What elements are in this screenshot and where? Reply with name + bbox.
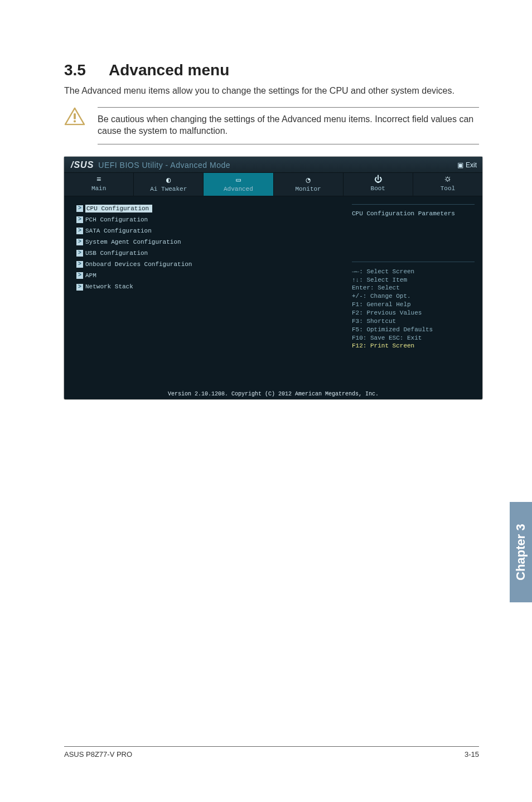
help-line: F12: Print Screen (352, 342, 475, 350)
tab-icon: ◔ (274, 175, 343, 185)
chapter-tab: Chapter 3 (510, 502, 532, 602)
menu-item-onboard-devices-configuration[interactable]: >Onboard Devices Configuration (74, 260, 352, 269)
svg-point-1 (74, 120, 76, 122)
bios-screenshot: /SUS UEFI BIOS Utility - Advanced Mode ▣… (64, 157, 482, 399)
menu-item-network-stack[interactable]: >Network Stack (74, 282, 352, 291)
section-number: 3.5 (64, 61, 109, 79)
help-line: +/-: Change Opt. (352, 292, 475, 301)
tab-monitor[interactable]: ◔Monitor (274, 173, 344, 196)
tab-icon: ⛭ (413, 175, 482, 184)
footer-product: ASUS P8Z77-V PRO (64, 750, 132, 758)
menu-item-usb-configuration[interactable]: >USB Configuration (74, 249, 352, 258)
tab-icon: ⏻ (344, 175, 413, 184)
menu-item-system-agent-configuration[interactable]: >System Agent Configuration (74, 238, 352, 247)
menu-item-label: USB Configuration (85, 250, 148, 257)
menu-item-label: SATA Configuration (85, 228, 152, 234)
caution-icon (64, 107, 85, 126)
chevron-right-icon: > (76, 250, 83, 257)
help-line: F1: General Help (352, 301, 475, 309)
tab-icon: ≡ (64, 175, 133, 184)
tab-label: Tool (441, 185, 455, 192)
menu-item-cpu-configuration[interactable]: >CPU Configuration (74, 204, 352, 213)
help-line: F2: Previous Values (352, 309, 475, 317)
tab-advanced[interactable]: ▭Advanced (204, 173, 273, 196)
menu-item-label: Network Stack (85, 283, 133, 290)
section-title: Advanced menu (109, 61, 229, 79)
tab-main[interactable]: ≡Main (64, 173, 134, 196)
tab-label: Advanced (224, 186, 253, 192)
exit-button[interactable]: ▣ Exit (457, 161, 477, 169)
intro-text: The Advanced menu items allow you to cha… (64, 85, 479, 97)
tab-label: Ai Tweaker (150, 186, 187, 192)
menu-item-label: CPU Configuration (85, 205, 152, 212)
asus-logo: /SUS (70, 160, 95, 170)
bios-title: UEFI BIOS Utility - Advanced Mode (98, 161, 230, 170)
chevron-right-icon: > (76, 228, 83, 234)
tab-label: Monitor (295, 186, 321, 192)
caution-text: Be cautious when changing the settings o… (98, 113, 479, 137)
menu-item-apm[interactable]: >APM (74, 271, 352, 280)
tab-icon: ◐ (134, 175, 203, 185)
help-line: Enter: Select (352, 284, 475, 292)
chevron-right-icon: > (76, 272, 83, 279)
tab-label: Main (91, 185, 106, 192)
svg-rect-0 (74, 113, 76, 119)
side-description: CPU Configuration Parameters (352, 210, 475, 217)
tab-label: Boot (371, 185, 385, 192)
tab-boot[interactable]: ⏻Boot (344, 173, 413, 196)
chevron-right-icon: > (76, 261, 83, 268)
help-line: F3: Shortcut (352, 317, 475, 326)
chevron-right-icon: > (76, 205, 83, 212)
help-line: →←: Select Screen (352, 268, 475, 276)
menu-item-label: PCH Configuration (85, 216, 148, 223)
footer-page-number: 3-15 (465, 750, 479, 758)
chevron-right-icon: > (76, 284, 83, 291)
exit-icon: ▣ (457, 161, 463, 169)
tab-ai-tweaker[interactable]: ◐Ai Tweaker (134, 173, 204, 196)
help-line: F10: Save ESC: Exit (352, 334, 475, 342)
menu-item-label: Onboard Devices Configuration (85, 261, 192, 268)
section-heading: 3.5Advanced menu (64, 61, 479, 79)
chevron-right-icon: > (76, 239, 83, 245)
chevron-right-icon: > (76, 216, 83, 223)
chapter-tab-label: Chapter 3 (514, 524, 528, 580)
menu-item-label: APM (85, 272, 96, 279)
tab-tool[interactable]: ⛭Tool (413, 173, 482, 196)
exit-label: Exit (466, 161, 477, 169)
menu-item-label: System Agent Configuration (85, 239, 181, 245)
menu-item-pch-configuration[interactable]: >PCH Configuration (74, 215, 352, 224)
menu-item-sata-configuration[interactable]: >SATA Configuration (74, 226, 352, 235)
bios-version: Version 2.10.1208. Copyright (C) 2012 Am… (64, 391, 482, 397)
help-line: F5: Optimized Defaults (352, 326, 475, 334)
help-panel: →←: Select Screen↑↓: Select ItemEnter: S… (352, 268, 475, 350)
help-line: ↑↓: Select Item (352, 276, 475, 284)
tab-icon: ▭ (204, 175, 273, 185)
